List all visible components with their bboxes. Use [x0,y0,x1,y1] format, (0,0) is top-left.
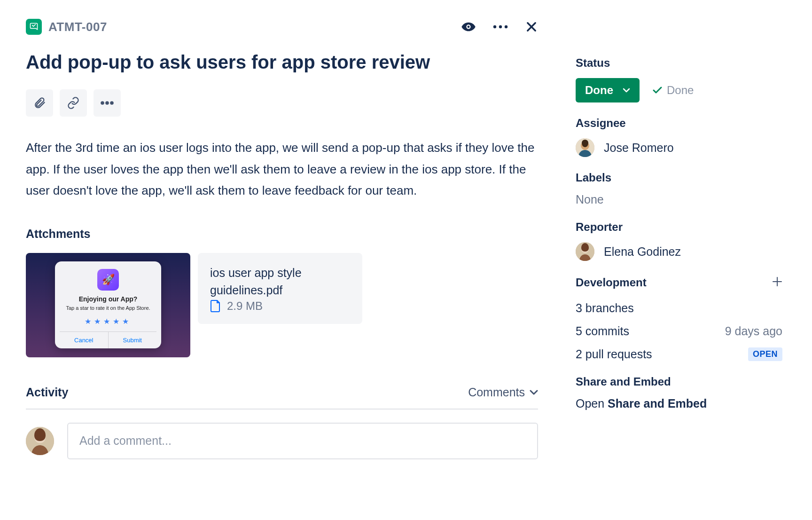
development-add-button[interactable] [772,275,782,290]
attachment-file-name: ios user app style guidelines.pdf [210,264,350,299]
reporter-value[interactable]: Elena Godinez [576,242,782,261]
watch-icon[interactable] [461,19,476,34]
status-label: Status [576,56,782,70]
attachment-file-size: 2.9 MB [227,299,263,313]
development-label: Development [576,276,647,289]
issue-description[interactable]: After the 3rd time an ios user logs into… [26,137,538,202]
close-icon[interactable] [525,20,538,33]
development-commits[interactable]: 5 commits 9 days ago [576,324,782,338]
development-pull-requests[interactable]: 2 pull requests OPEN [576,347,782,361]
link-button[interactable] [60,89,87,117]
svg-point-6 [106,102,109,104]
svg-point-1 [468,26,470,28]
popup-stars: ★★★★★ [60,317,156,326]
popup-title: Enjoying our App? [60,295,156,303]
status-dropdown[interactable]: Done [576,78,640,102]
popup-subtitle: Tap a star to rate it on the App Store. [60,305,156,311]
assignee-avatar [576,138,594,157]
share-open-link[interactable]: Open Share and Embed [576,397,782,410]
popup-submit: Submit [109,332,157,348]
current-user-avatar [26,427,54,455]
assignee-label: Assignee [576,117,782,130]
share-label: Share and Embed [576,375,782,388]
more-actions-icon[interactable] [493,25,508,29]
reporter-label: Reporter [576,221,782,234]
file-icon [210,299,221,313]
svg-point-7 [110,102,113,104]
plus-icon [772,276,782,287]
issue-title[interactable]: Add pop-up to ask users for app store re… [26,51,538,73]
assignee-value[interactable]: Jose Romero [576,138,782,157]
svg-point-4 [505,25,508,28]
rocket-icon: 🚀 [97,269,119,291]
labels-label: Labels [576,171,782,184]
pr-status-badge: OPEN [748,347,782,361]
svg-point-5 [101,102,104,104]
activity-filter-dropdown[interactable]: Comments [468,386,538,399]
more-toolbar-button[interactable] [94,89,121,117]
svg-point-3 [499,25,502,28]
issue-key[interactable]: ATMT-007 [48,20,107,34]
development-commits-time: 9 days ago [725,324,782,338]
activity-heading: Activity [26,386,68,399]
status-done-indicator: Done [653,84,694,97]
popup-cancel: Cancel [60,332,109,348]
attachments-heading: Attchments [26,227,538,241]
comment-input[interactable] [67,423,538,459]
labels-value[interactable]: None [576,193,782,206]
attachment-image[interactable]: 🚀 Enjoying our App? Tap a star to rate i… [26,253,190,357]
chevron-down-icon [530,389,538,395]
reporter-avatar [576,242,594,261]
development-branches[interactable]: 3 branches [576,301,782,315]
svg-point-2 [493,25,496,28]
attach-button[interactable] [26,89,53,117]
attachment-file[interactable]: ios user app style guidelines.pdf 2.9 MB [198,253,362,324]
project-icon [26,19,42,35]
chevron-down-icon [623,88,630,93]
check-icon [653,87,662,94]
